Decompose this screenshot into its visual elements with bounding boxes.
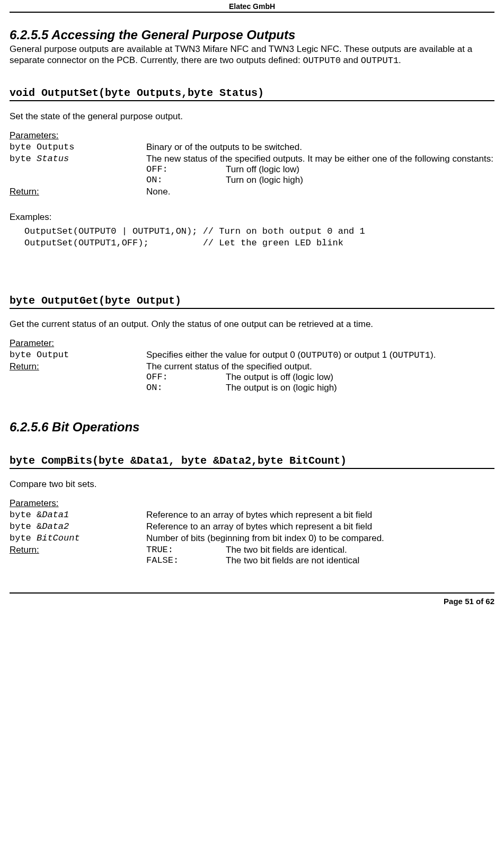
off-colon-2: :	[163, 372, 168, 382]
examples-label: Examples:	[10, 212, 494, 223]
status-off-val: Turn off (logic low)	[226, 164, 494, 175]
desc-mid: ) or output 1 (	[338, 350, 392, 360]
func-desc-outputset: Set the state of the general purpose out…	[10, 111, 494, 122]
func-sig-outputset: void OutputSet(byte Outputs,byte Status)	[10, 87, 494, 101]
p3-type: byte	[10, 533, 37, 543]
param-desc-status: The new status of the specified outputs.…	[146, 154, 494, 185]
ret-false-key: FALSE:	[146, 555, 226, 566]
status-on-key: ON:	[146, 175, 226, 185]
param-row-bitcount: byte BitCount Number of bits (beginning …	[10, 533, 494, 544]
param-name-data1: byte &Data1	[10, 510, 146, 520]
return-row-outputset: Return: None.	[10, 187, 494, 197]
p2-var: Data2	[42, 521, 69, 532]
return-val: None.	[146, 187, 494, 197]
ret-off-row: OFF: The output is off (logic low)	[146, 372, 494, 383]
desc-code0: OUTPUT0	[300, 350, 338, 360]
status-off-row: OFF: Turn off (logic low)	[146, 164, 494, 175]
return-label-2: Return:	[10, 361, 39, 371]
desc-code1: OUTPUT1	[393, 350, 430, 360]
func-desc-compbits: Compare two bit sets.	[10, 479, 494, 490]
off-colon: :	[163, 164, 168, 174]
param-row-outputs: byte Outputs Binary or of the outputs to…	[10, 142, 494, 153]
param-name-output: byte Output	[10, 350, 146, 360]
off-code-2: OFF	[146, 372, 163, 382]
param-desc-status-text: The new status of the specified outputs.…	[146, 154, 494, 164]
footer-rule	[10, 592, 494, 594]
p3-var: BitCount	[37, 533, 80, 543]
on-code: ON	[146, 175, 157, 185]
func-desc-outputget: Get the current status of an output. Onl…	[10, 318, 494, 330]
status-on-row: ON: Turn on (logic high)	[146, 175, 494, 185]
return-desc-compbits: TRUE: The two bit fields are identical. …	[146, 545, 494, 566]
code-output1: OUTPUT1	[361, 56, 399, 66]
ret-true-val: The two bit fields are identical.	[226, 545, 494, 555]
false-code: FALSE	[146, 555, 173, 565]
true-code: TRUE	[146, 545, 168, 555]
p2-type: byte &	[10, 521, 42, 532]
return-row-outputget: Return: The current status of the specif…	[10, 361, 494, 393]
section-heading-bitops: 6.2.5.6 Bit Operations	[10, 420, 494, 435]
parameter-label: Parameter:	[10, 338, 494, 349]
param-desc-output: Specifies either the value for output 0 …	[146, 350, 494, 360]
intro-text-pre: General purpose outputs are available at…	[10, 44, 472, 65]
ret-false-val: The two bit fields are not identical	[226, 555, 494, 566]
section-intro-outputs: General purpose outputs are available at…	[10, 43, 494, 67]
ret-on-key: ON:	[146, 383, 226, 393]
ret-false-row: FALSE: The two bit fields are not identi…	[146, 555, 494, 566]
off-code: OFF	[146, 164, 163, 174]
status-off-key: OFF:	[146, 164, 226, 175]
code-output0: OUTPUT0	[303, 56, 340, 66]
page-header-company: Elatec GmbH	[10, 0, 494, 12]
param-row-data2: byte &Data2 Reference to an array of byt…	[10, 521, 494, 532]
on-code-2: ON	[146, 383, 157, 393]
func-sig-compbits: byte CompBits(byte &Data1, byte &Data2,b…	[10, 455, 494, 469]
func-sig-outputget: byte OutputGet(byte Output)	[10, 295, 494, 309]
param-row-data1: byte &Data1 Reference to an array of byt…	[10, 510, 494, 520]
param-name-outputs: byte Outputs	[10, 142, 146, 153]
ret-off-key: OFF:	[146, 372, 226, 383]
ret-on-val: The output is on (logic high)	[226, 383, 494, 393]
header-rule	[10, 12, 494, 13]
param-name-bitcount: byte BitCount	[10, 533, 146, 544]
param-row-output: byte Output Specifies either the value f…	[10, 350, 494, 360]
intro-text-end: .	[399, 55, 401, 65]
examples-code: OutputSet(OUTPUT0 | OUTPUT1,ON); // Turn…	[24, 226, 494, 249]
false-colon: :	[173, 555, 179, 565]
param-var: Status	[37, 154, 69, 164]
status-on-val: Turn on (logic high)	[226, 175, 494, 185]
param-desc-bitcount: Number of bits (beginning from bit index…	[146, 533, 494, 544]
return-label: Return:	[10, 187, 39, 197]
section-heading-outputs: 6.2.5.5 Accessing the General Purpose Ou…	[10, 28, 494, 42]
p1-var: Data1	[42, 510, 69, 520]
desc-end: ).	[430, 350, 436, 360]
param-desc-data2: Reference to an array of bytes which rep…	[146, 521, 494, 532]
ret-true-row: TRUE: The two bit fields are identical.	[146, 545, 494, 555]
return-label-3: Return:	[10, 545, 39, 555]
param-type: byte	[10, 154, 37, 164]
desc-pre: Specifies either the value for output 0 …	[146, 350, 300, 360]
ret-true-key: TRUE:	[146, 545, 226, 555]
return-row-compbits: Return: TRUE: The two bit fields are ide…	[10, 545, 494, 566]
intro-text-and: and	[341, 55, 361, 65]
return-desc-outputget: The current status of the specified outp…	[146, 361, 494, 393]
return-desc-text: The current status of the specified outp…	[146, 361, 494, 372]
param-row-status: byte Status The new status of the specif…	[10, 154, 494, 185]
ret-on-row: ON: The output is on (logic high)	[146, 383, 494, 393]
param-name-status: byte Status	[10, 154, 146, 185]
param-desc-outputs: Binary or of the outputs to be switched.	[146, 142, 494, 153]
parameters-label: Parameters:	[10, 130, 494, 141]
on-colon-2: :	[157, 383, 162, 393]
param-desc-data1: Reference to an array of bytes which rep…	[146, 510, 494, 520]
true-colon: :	[168, 545, 173, 555]
on-colon: :	[157, 175, 162, 185]
ret-off-val: The output is off (logic low)	[226, 372, 494, 383]
page-footer: Page 51 of 62	[10, 597, 494, 606]
p1-type: byte &	[10, 510, 42, 520]
parameters-label-3: Parameters:	[10, 498, 494, 509]
param-name-data2: byte &Data2	[10, 521, 146, 532]
